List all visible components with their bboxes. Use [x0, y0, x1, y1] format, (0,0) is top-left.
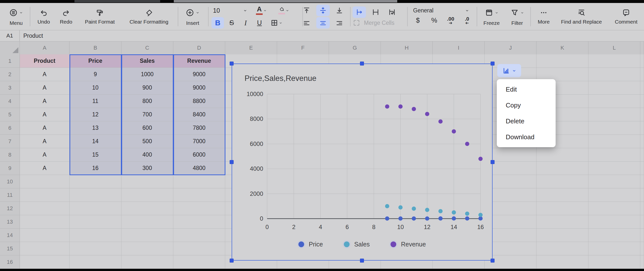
strikethrough-button[interactable]: S [226, 17, 238, 28]
cell[interactable]: 300 [122, 162, 173, 175]
chart-handle-top-right[interactable] [490, 62, 494, 66]
chart-options-button[interactable] [497, 64, 521, 77]
valign-bottom-button[interactable] [333, 5, 346, 16]
redo-button[interactable]: Redo [56, 3, 76, 30]
borders-button[interactable] [267, 17, 286, 28]
cell[interactable] [588, 68, 640, 81]
cell[interactable]: Product [20, 54, 70, 68]
cell[interactable]: 14 [70, 135, 122, 148]
comment-button[interactable]: Comment [609, 3, 644, 30]
halign-center-button[interactable] [316, 17, 330, 28]
row-header[interactable]: 13 [0, 215, 20, 228]
cell[interactable] [122, 202, 173, 215]
cell[interactable]: A [20, 94, 70, 108]
cell[interactable] [588, 121, 640, 135]
row-header[interactable]: 4 [0, 94, 20, 108]
cell[interactable]: A [20, 81, 70, 94]
column-header[interactable]: I [433, 42, 484, 54]
cell[interactable] [588, 228, 640, 242]
row-header[interactable]: 15 [0, 242, 20, 255]
cell[interactable] [640, 175, 644, 188]
cell[interactable] [536, 215, 588, 228]
cell[interactable]: A [20, 135, 70, 148]
cell[interactable] [640, 54, 644, 68]
cell[interactable]: Sales [122, 54, 173, 68]
cell[interactable] [122, 175, 173, 188]
cell[interactable]: A [20, 162, 70, 175]
cell[interactable] [70, 255, 122, 269]
cell[interactable] [536, 54, 588, 68]
cell[interactable] [20, 188, 70, 202]
cell[interactable] [588, 188, 640, 202]
decrease-decimal-button[interactable]: .0 ➔ [460, 15, 474, 26]
chart-handle-top-middle[interactable] [360, 62, 364, 66]
cell[interactable] [173, 215, 225, 228]
cell[interactable]: 700 [122, 108, 173, 121]
cell[interactable]: 8800 [173, 94, 225, 108]
column-header[interactable]: E [225, 42, 277, 54]
cell[interactable]: 15 [70, 148, 122, 162]
cell[interactable]: 7000 [173, 135, 225, 148]
column-header[interactable]: C [122, 42, 173, 54]
legend-item[interactable]: Revenue [390, 241, 426, 248]
cell[interactable] [640, 215, 644, 228]
cell[interactable] [122, 255, 173, 269]
cell[interactable] [640, 255, 644, 269]
cell[interactable] [70, 215, 122, 228]
chart-handle-middle-right[interactable] [490, 160, 494, 164]
cell[interactable] [173, 255, 225, 269]
cell[interactable] [173, 188, 225, 202]
cell[interactable] [588, 215, 640, 228]
cell[interactable] [20, 202, 70, 215]
cell-reference-box[interactable]: A1 [0, 30, 20, 41]
find-replace-button[interactable]: Find and Replace [557, 3, 606, 30]
row-header[interactable]: 6 [0, 121, 20, 135]
formula-input[interactable]: Product [20, 30, 644, 41]
row-header[interactable]: 9 [0, 162, 20, 175]
bold-button[interactable]: B [212, 17, 224, 28]
cell[interactable]: A [20, 121, 70, 135]
cell[interactable]: 900 [122, 81, 173, 94]
cell[interactable]: 12 [70, 108, 122, 121]
cell[interactable] [640, 148, 644, 162]
text-color-button[interactable]: A [252, 5, 271, 16]
cell[interactable] [640, 242, 644, 255]
cell[interactable] [536, 228, 588, 242]
cell[interactable] [70, 188, 122, 202]
chart-handle-bottom-left[interactable] [230, 258, 234, 262]
text-clip-button[interactable] [369, 6, 382, 18]
cell[interactable] [20, 242, 70, 255]
menu-button[interactable]: Menu [6, 3, 27, 30]
cell[interactable] [173, 202, 225, 215]
cell[interactable]: 10 [70, 81, 122, 94]
underline-button[interactable]: U [253, 17, 266, 28]
cell[interactable] [122, 242, 173, 255]
cell[interactable] [536, 242, 588, 255]
number-format-dropdown[interactable]: General [411, 7, 471, 14]
column-header[interactable]: H [381, 42, 433, 54]
row-header[interactable]: 12 [0, 202, 20, 215]
cell[interactable] [588, 94, 640, 108]
cell[interactable]: 500 [122, 135, 173, 148]
cell[interactable] [640, 202, 644, 215]
cell[interactable]: 9 [70, 68, 122, 81]
column-header[interactable]: A [20, 42, 70, 54]
cell[interactable] [640, 121, 644, 135]
column-header[interactable]: L [588, 42, 640, 54]
fill-color-button[interactable] [274, 5, 294, 16]
row-header[interactable]: 14 [0, 228, 20, 242]
cell[interactable] [20, 175, 70, 188]
cell[interactable] [70, 228, 122, 242]
cell[interactable]: 600 [122, 121, 173, 135]
legend-item[interactable]: Sales [344, 241, 370, 248]
cell[interactable] [122, 228, 173, 242]
cell[interactable]: 9000 [173, 68, 225, 81]
cell[interactable] [20, 215, 70, 228]
cell[interactable] [640, 188, 644, 202]
text-wrap-button[interactable] [385, 6, 399, 18]
cell[interactable] [122, 215, 173, 228]
cell[interactable]: 16 [70, 162, 122, 175]
cell[interactable]: 4800 [173, 162, 225, 175]
chart-object[interactable]: Price,Sales,Revenue 02468101214160200040… [232, 64, 492, 260]
row-header[interactable]: 16 [0, 255, 20, 269]
